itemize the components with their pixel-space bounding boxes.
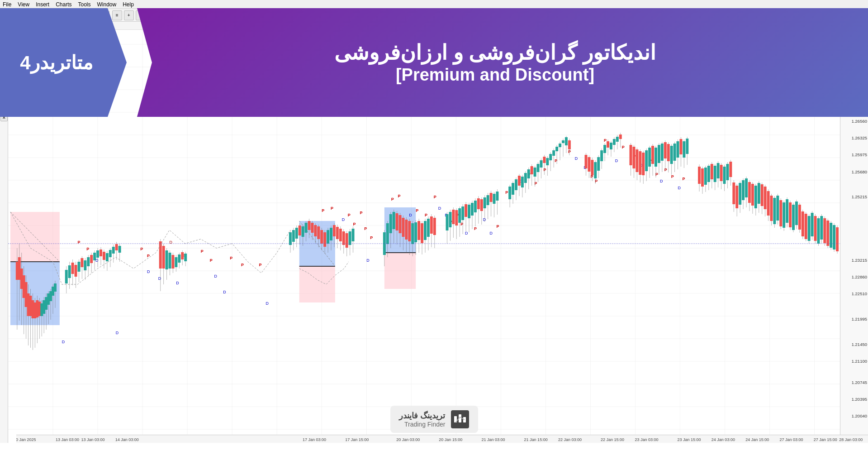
svg-rect-259 (417, 221, 420, 240)
arrow-tool[interactable]: ↖ (0, 24, 8, 31)
zone-pink-2 (299, 266, 335, 302)
svg-rect-395 (670, 146, 673, 164)
menu-view[interactable]: View (18, 1, 29, 8)
text-tool[interactable]: A (0, 69, 8, 76)
svg-rect-235 (352, 229, 355, 241)
svg-rect-341 (565, 137, 568, 145)
svg-text:D: D (116, 331, 119, 335)
svg-rect-331 (549, 154, 552, 160)
menu-window[interactable]: Window (97, 1, 117, 8)
crosshair-tool[interactable]: + (0, 33, 8, 40)
chart-svg[interactable]: P P D P P D D D P P P D P P D P D D D D … (8, 22, 840, 443)
svg-text:P: P (496, 224, 499, 229)
print-btn[interactable]: ⎙ (57, 10, 67, 20)
svg-text:D: D (170, 240, 173, 245)
price-label: 1.25215 (852, 194, 867, 199)
svg-rect-217 (323, 232, 326, 247)
rect-tool[interactable]: □ (0, 87, 8, 94)
delete-tool[interactable]: ✕ (0, 114, 8, 121)
svg-rect-339 (562, 140, 564, 143)
fib-tool[interactable]: ≡ (0, 78, 8, 85)
menu-file[interactable]: File (3, 1, 11, 8)
menu-insert[interactable]: Insert (36, 1, 49, 8)
svg-rect-155 (87, 257, 90, 266)
svg-rect-297 (487, 195, 489, 205)
svg-rect-419 (717, 163, 720, 178)
menu-charts[interactable]: Charts (56, 1, 71, 8)
svg-rect-281 (461, 206, 464, 220)
svg-rect-403 (683, 141, 685, 158)
svg-rect-267 (430, 216, 433, 234)
tb-sep5 (148, 11, 149, 20)
price-label: 1.25975 (852, 152, 867, 157)
tf-m30[interactable]: M30 (226, 11, 238, 20)
svg-rect-397 (674, 144, 676, 161)
tf-m5[interactable]: M5 (199, 11, 210, 20)
search-btn[interactable]: 🔍 (308, 10, 318, 20)
price-label: 1.23215 (852, 258, 867, 263)
tf-m15[interactable]: M15 (212, 11, 224, 20)
svg-rect-459 (779, 200, 782, 226)
watermark-en: Trading Finder (399, 421, 445, 428)
zoom-in-btn[interactable]: + (124, 10, 134, 20)
svg-rect-473 (802, 211, 804, 236)
menu-help[interactable]: Help (123, 1, 134, 8)
tf-m1[interactable]: M1 (186, 11, 197, 20)
svg-rect-325 (540, 160, 542, 168)
svg-text:D: D (660, 179, 663, 183)
tf-h4[interactable]: H4 (253, 11, 264, 20)
svg-rect-353 (597, 157, 600, 171)
svg-text:D: D (266, 301, 269, 306)
tf-w1[interactable]: W1 (278, 11, 289, 20)
svg-rect-191 (181, 252, 184, 259)
svg-rect-273 (449, 212, 451, 227)
undo-btn[interactable]: ↩ (29, 10, 39, 20)
vline-tool[interactable]: | (0, 60, 8, 67)
line-tool[interactable]: ╱ (0, 42, 8, 49)
tb-sep7 (304, 11, 305, 20)
hline-tool[interactable]: — (0, 51, 8, 58)
toolbar: 📄 📂 ↩ ↪ ⎙ New Order ≡ + − AutoTrading M1… (0, 9, 868, 22)
tf-d1[interactable]: D1 (266, 11, 276, 20)
svg-rect-189 (178, 254, 180, 263)
tf-mn[interactable]: MN (291, 11, 302, 20)
svg-rect-269 (433, 218, 436, 235)
logo-icon (453, 413, 467, 426)
svg-rect-197 (292, 230, 295, 242)
autotrading-btn[interactable]: AutoTrading (152, 10, 180, 20)
price-label: 1.21450 (852, 342, 867, 347)
svg-rect-231 (346, 233, 348, 248)
time-label: 21 Jan 03:00 (481, 437, 505, 442)
svg-rect-139 (54, 283, 57, 292)
new-file-btn[interactable]: 📄 (2, 10, 12, 20)
svg-rect-407 (698, 167, 701, 184)
watermark-text-block: تریدینگ فایندر Trading Finder (399, 411, 445, 428)
svg-rect-421 (720, 165, 723, 181)
svg-text:P: P (505, 190, 508, 195)
svg-rect-275 (452, 210, 455, 224)
svg-rect-229 (342, 231, 345, 245)
svg-rect-223 (333, 225, 336, 236)
svg-rect-321 (534, 168, 536, 177)
svg-rect-219 (327, 230, 329, 244)
menu-tools[interactable]: Tools (78, 1, 91, 8)
pen-tool[interactable]: ✏ (0, 105, 8, 112)
chart-types-btn[interactable]: ≡ (112, 10, 122, 20)
svg-rect-491 (830, 223, 832, 248)
svg-rect-289 (474, 201, 477, 212)
svg-rect-149 (77, 262, 80, 272)
svg-rect-469 (795, 202, 798, 225)
new-order-btn[interactable]: New Order (73, 10, 106, 20)
open-btn[interactable]: 📂 (14, 10, 24, 20)
svg-rect-263 (424, 221, 427, 240)
svg-text:D: D (62, 340, 65, 344)
zoom-out-btn[interactable]: − (136, 10, 146, 20)
legend-premium: Premium (10, 34, 33, 39)
redo-btn[interactable]: ↪ (41, 10, 51, 20)
ellipse-tool[interactable]: ○ (0, 96, 8, 103)
svg-rect-199 (295, 228, 298, 239)
svg-rect-205 (305, 223, 308, 233)
svg-text:P: P (353, 222, 356, 226)
tf-h1[interactable]: H1 (240, 11, 251, 20)
svg-rect-209 (311, 223, 313, 233)
